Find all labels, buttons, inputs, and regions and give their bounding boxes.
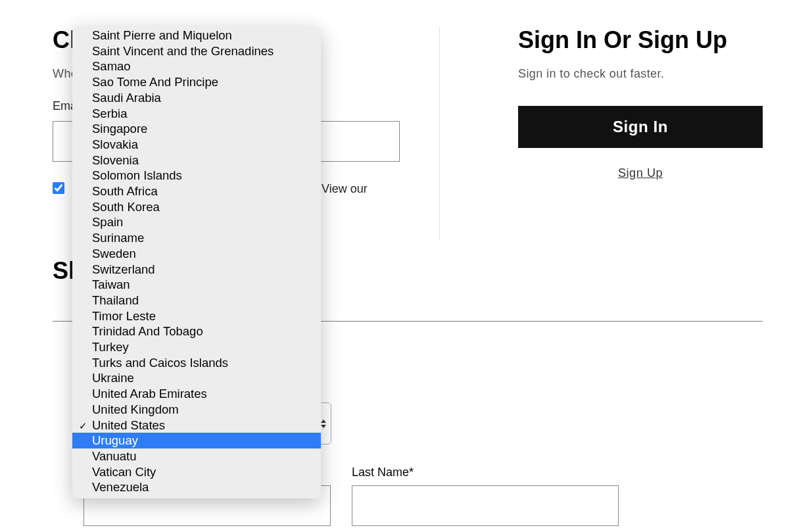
country-option[interactable]: Vatican City (72, 464, 321, 480)
country-option-label: Venezuela (92, 480, 149, 494)
country-option[interactable]: Saint Pierre and Miquelon (72, 28, 321, 43)
newsletter-checkbox[interactable] (53, 182, 64, 194)
country-option-label: Thailand (92, 293, 139, 307)
country-option[interactable]: Taiwan (72, 277, 321, 293)
country-option[interactable]: Ukraine (72, 370, 321, 386)
country-option-label: Timor Leste (92, 309, 156, 323)
vertical-divider (439, 26, 440, 241)
chevron-up-icon (321, 420, 326, 423)
auth-heading: Sign In Or Sign Up (518, 26, 763, 54)
country-option[interactable]: Uruguay (72, 433, 321, 448)
country-option[interactable]: United Arab Emirates (72, 386, 321, 402)
country-option-label: South Korea (92, 200, 160, 214)
country-option[interactable]: Solomon Islands (72, 168, 321, 183)
country-option-label: Saint Vincent and the Grenadines (92, 44, 274, 58)
country-option-label: Samao (92, 59, 131, 73)
auth-subtext: Sign in to check out faster. (518, 67, 763, 81)
country-option-label: Sao Tome And Principe (92, 75, 218, 89)
country-option[interactable]: Thailand (72, 293, 321, 308)
country-option-label: Taiwan (92, 278, 130, 291)
chevron-down-icon (321, 425, 326, 428)
country-option-label: Ukraine (92, 371, 134, 385)
country-option-label: Spain (92, 215, 123, 229)
country-option[interactable]: Serbia (72, 106, 321, 122)
country-dropdown[interactable]: Saint Pierre and MiquelonSaint Vincent a… (72, 26, 321, 498)
country-option-label: United Arab Emirates (92, 387, 207, 400)
country-option[interactable]: South Korea (72, 199, 321, 215)
country-option[interactable]: Switzerland (72, 262, 321, 278)
country-option[interactable]: Timor Leste (72, 308, 321, 324)
country-option-label: Switzerland (92, 262, 155, 276)
country-option[interactable]: Samao (72, 59, 321, 74)
country-option-label: United States (92, 418, 165, 432)
country-option-label: Turks and Caicos Islands (92, 356, 228, 370)
country-option-label: Trinidad And Tobago (92, 324, 203, 338)
country-option-label: Saudi Arabia (92, 91, 161, 105)
country-option[interactable]: Turks and Caicos Islands (72, 355, 321, 371)
country-option-label: Slovenia (92, 153, 139, 167)
country-option-label: Uruguay (92, 433, 138, 447)
country-option[interactable]: Suriname (72, 230, 321, 246)
country-option[interactable]: ✓United States (72, 418, 321, 433)
country-option-label: Suriname (92, 231, 144, 245)
country-option-label: Vatican City (92, 465, 156, 479)
country-option-label: Singapore (92, 122, 147, 135)
country-option[interactable]: Turkey (72, 339, 321, 355)
country-option-label: Serbia (92, 107, 127, 120)
country-option-label: Vanuatu (92, 449, 137, 463)
country-option[interactable]: Sweden (72, 246, 321, 262)
country-option[interactable]: Saint Vincent and the Grenadines (72, 43, 321, 59)
country-option[interactable]: Slovenia (72, 153, 321, 168)
sign-in-button[interactable]: Sign In (518, 106, 763, 148)
country-dropdown-list: Saint Pierre and MiquelonSaint Vincent a… (72, 28, 321, 495)
country-option[interactable]: Saudi Arabia (72, 90, 321, 106)
country-option[interactable]: Spain (72, 214, 321, 230)
country-option[interactable]: Vanuatu (72, 448, 321, 464)
country-option[interactable]: Singapore (72, 121, 321, 137)
country-option-label: Sweden (92, 247, 136, 260)
country-option[interactable]: Venezuela (72, 479, 321, 495)
checkmark-icon: ✓ (79, 418, 87, 434)
last-name-input[interactable] (352, 485, 619, 526)
country-option[interactable]: Trinidad And Tobago (72, 324, 321, 339)
country-option-label: Slovakia (92, 137, 138, 151)
country-option-label: Turkey (92, 340, 129, 354)
country-option-label: Solomon Islands (92, 168, 182, 182)
country-option[interactable]: United Kingdom (72, 402, 321, 418)
country-option-label: South Africa (92, 184, 158, 198)
country-option[interactable]: Slovakia (72, 137, 321, 153)
country-option-label: United Kingdom (92, 402, 179, 416)
country-option-label: Saint Pierre and Miquelon (92, 28, 232, 42)
last-name-label: Last Name* (352, 466, 414, 479)
country-option[interactable]: South Africa (72, 183, 321, 199)
sign-up-link[interactable]: Sign Up (518, 166, 763, 180)
country-option[interactable]: Sao Tome And Principe (72, 74, 321, 90)
